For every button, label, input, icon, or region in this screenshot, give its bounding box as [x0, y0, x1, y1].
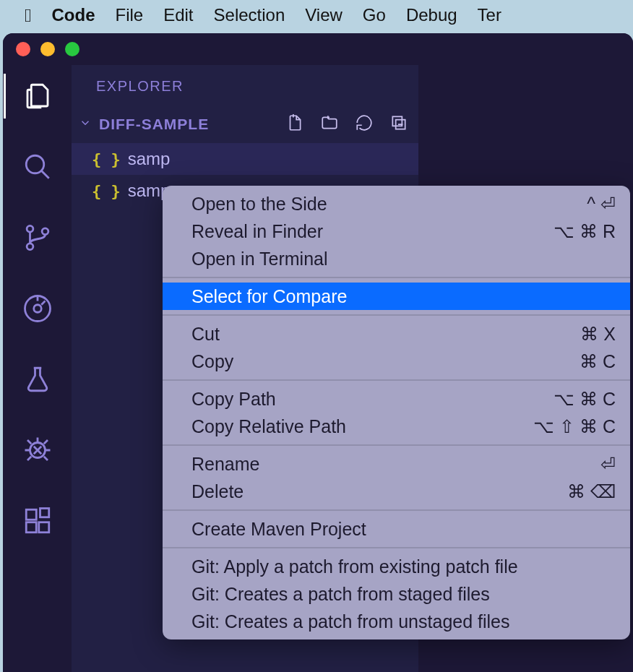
window-close-button[interactable] — [16, 42, 30, 56]
menu-item-label: Copy Path — [191, 389, 276, 410]
menu-item-label: Delete — [191, 481, 244, 502]
menu-item[interactable]: Copy⌘ C — [163, 348, 630, 375]
window-titlebar — [3, 33, 633, 65]
menu-item[interactable]: Git: Apply a patch from existing patch f… — [163, 553, 630, 580]
menu-item[interactable]: Git: Creates a patch from unstaged files — [163, 608, 630, 635]
svg-point-3 — [27, 244, 33, 250]
chevron-down-icon — [79, 116, 92, 133]
menu-item[interactable]: Cut⌘ X — [163, 320, 630, 348]
svg-line-1 — [41, 171, 49, 178]
beaker-icon — [22, 364, 53, 395]
menu-item-label: Copy — [191, 351, 233, 372]
menu-item-label: Create Maven Project — [191, 519, 366, 540]
menu-item[interactable]: Delete⌘ ⌫ — [163, 478, 630, 505]
menu-item-shortcut: ⌘ ⌫ — [567, 481, 616, 502]
svg-point-2 — [27, 225, 33, 232]
menu-separator — [163, 379, 630, 381]
menu-item-shortcut: ⌘ C — [580, 351, 616, 372]
menu-item-label: Copy Relative Path — [191, 416, 346, 437]
menubar-terminal-truncated[interactable]: Ter — [478, 5, 501, 25]
menu-item-label: Git: Apply a patch from existing patch f… — [191, 556, 518, 577]
refresh-icon[interactable] — [355, 113, 374, 136]
menu-item-label: Cut — [191, 324, 220, 345]
menubar-debug[interactable]: Debug — [406, 5, 457, 25]
menu-item-label: Select for Compare — [191, 286, 347, 307]
menu-item[interactable]: Rename⏎ — [163, 450, 630, 478]
files-icon — [22, 81, 53, 111]
json-file-icon: { } — [92, 182, 121, 200]
menu-item[interactable]: Reveal in Finder⌥ ⌘ R — [163, 217, 630, 245]
menu-separator — [163, 547, 630, 548]
extensions-icon — [22, 506, 53, 536]
git-branch-icon — [22, 223, 53, 253]
menu-item-shortcut: ⌥ ⌘ R — [554, 221, 616, 242]
menubar-app-name[interactable]: Code — [52, 5, 95, 25]
menubar-selection[interactable]: Selection — [214, 5, 285, 25]
menu-separator — [163, 277, 630, 278]
window-minimize-button[interactable] — [40, 42, 55, 56]
activity-source-control[interactable] — [20, 220, 56, 256]
svg-rect-10 — [38, 522, 48, 533]
new-file-icon[interactable] — [285, 113, 304, 136]
mac-menubar:  Code File Edit Selection View Go Debug… — [0, 0, 633, 30]
apple-logo-icon[interactable]:  — [25, 4, 32, 27]
menu-item[interactable]: Open in Terminal — [163, 245, 630, 272]
menu-item-shortcut: ⌘ X — [580, 324, 616, 345]
folder-name: DIFF-SAMPLE — [99, 116, 209, 133]
menu-item-label: Rename — [191, 454, 260, 475]
svg-point-0 — [26, 155, 44, 173]
menu-item[interactable]: Open to the Side^ ⏎ — [163, 190, 630, 217]
menu-item[interactable]: Copy Path⌥ ⌘ C — [163, 385, 630, 413]
menubar-edit[interactable]: Edit — [163, 5, 193, 25]
explorer-title: EXPLORER — [72, 65, 418, 107]
menu-item-shortcut: ⏎ — [600, 454, 616, 475]
window-maximize-button[interactable] — [65, 42, 79, 56]
activity-run-debug[interactable] — [20, 432, 56, 468]
menu-item-label: Open to the Side — [191, 194, 327, 215]
menu-item-label: Git: Creates a patch from staged files — [191, 584, 490, 605]
search-icon — [22, 152, 53, 182]
activity-bar — [3, 65, 72, 672]
svg-rect-9 — [26, 522, 36, 533]
file-name: samp — [128, 149, 171, 169]
menu-separator — [163, 314, 630, 316]
menu-item-label: Reveal in Finder — [191, 221, 323, 242]
svg-point-4 — [42, 228, 48, 235]
menu-item-label: Git: Creates a patch from unstaged files — [191, 611, 510, 632]
gitlens-icon — [22, 293, 53, 324]
svg-point-6 — [33, 305, 41, 313]
json-file-icon: { } — [92, 150, 121, 168]
menu-item[interactable]: Select for Compare — [163, 283, 630, 310]
menu-separator — [163, 509, 630, 511]
menu-item-shortcut: ⌥ ⇧ ⌘ C — [533, 416, 616, 437]
activity-gitlens[interactable] — [20, 290, 56, 327]
menu-item[interactable]: Create Maven Project — [163, 515, 630, 543]
menu-item-shortcut: ^ ⏎ — [587, 194, 616, 215]
menubar-view[interactable]: View — [305, 5, 343, 25]
activity-explorer[interactable] — [20, 78, 56, 114]
svg-rect-8 — [26, 509, 36, 520]
menu-item[interactable]: Git: Creates a patch from staged files — [163, 580, 630, 608]
folder-header[interactable]: DIFF-SAMPLE — [72, 107, 418, 142]
collapse-all-icon[interactable] — [389, 113, 408, 136]
menu-separator — [163, 444, 630, 446]
menu-item[interactable]: Copy Relative Path⌥ ⇧ ⌘ C — [163, 413, 630, 440]
activity-extensions[interactable] — [20, 503, 56, 539]
activity-search[interactable] — [20, 149, 56, 185]
activity-testing[interactable] — [20, 361, 56, 397]
context-menu: Open to the Side^ ⏎Reveal in Finder⌥ ⌘ R… — [163, 186, 630, 639]
menu-item-shortcut: ⌥ ⌘ C — [554, 389, 616, 410]
folder-actions — [285, 113, 408, 136]
svg-rect-11 — [40, 509, 48, 517]
menubar-go[interactable]: Go — [363, 5, 386, 25]
bug-icon — [22, 435, 53, 465]
file-item[interactable]: { } samp — [72, 143, 418, 175]
menu-item-label: Open in Terminal — [191, 249, 328, 270]
new-folder-icon[interactable] — [320, 113, 339, 136]
menubar-file[interactable]: File — [116, 5, 144, 25]
